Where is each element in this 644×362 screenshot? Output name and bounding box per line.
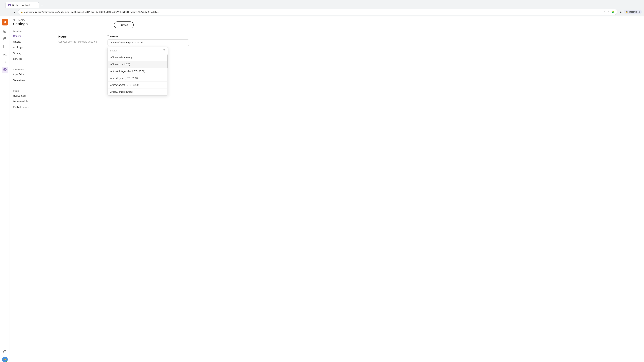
app-logo: M — [2, 19, 8, 25]
icon-sidebar-bottom: 😊 — [2, 349, 8, 362]
help-button[interactable] — [2, 349, 8, 355]
nav-item-status-tags[interactable]: Status tags — [10, 77, 48, 83]
timezone-item-5[interactable]: Africa/Bamako (UTC) — [108, 88, 168, 95]
tab-close-button[interactable]: ✕ — [33, 3, 36, 6]
users-icon — [3, 52, 6, 57]
address-bar-icons: ☆ ⬇ 🧩 — [602, 10, 615, 14]
nav-item-waitlist[interactable]: Waitlist — [10, 39, 48, 44]
svg-line-12 — [164, 51, 165, 51]
new-tab-button[interactable]: + — [40, 3, 44, 7]
hours-label-col: Hours Set your opening hours and timezon… — [58, 35, 98, 43]
nav-section-public: Public Registration Display waitlist Pub… — [10, 88, 48, 113]
sidebar-settings-button[interactable] — [2, 67, 8, 73]
hours-timezone-section: Hours Set your opening hours and timezon… — [58, 35, 189, 46]
reload-button[interactable]: ↻ — [12, 9, 17, 14]
timezone-select[interactable]: America/Anchorage (UTC-9:00) ⌄ — [108, 39, 189, 46]
incognito-label: Incognito (2) — [629, 11, 640, 13]
bookmark-button[interactable]: ☆ — [602, 10, 606, 14]
icon-sidebar-top: M — [2, 19, 8, 348]
nav-item-input-fields[interactable]: Input fields — [10, 71, 48, 77]
selected-timezone-text: America/Anchorage (UTC-9:00) — [110, 41, 144, 44]
settings-icon — [3, 68, 6, 72]
hours-desc: Set your opening hours and timezone — [58, 40, 98, 43]
nav-section-customers: Customers Input fields Status tags — [10, 67, 48, 86]
sidebar-users-button[interactable] — [2, 51, 8, 58]
tab-bar: M Settings | Waitwhile ✕ + — [3, 2, 46, 8]
extensions-button[interactable]: ⠿ — [618, 9, 623, 14]
location-section-header: Location — [10, 29, 48, 33]
download-button[interactable]: ⬇ — [607, 10, 611, 14]
browser-nav-buttons: ← → ↻ — [2, 9, 17, 14]
status-dot — [6, 361, 8, 362]
sidebar-chat-button[interactable] — [2, 43, 8, 50]
nav-divider-1 — [10, 66, 48, 66]
browser-titlebar: M Settings | Waitwhile ✕ + — [0, 0, 644, 8]
timezone-item-0[interactable]: Africa/Abidjan (UTC) — [108, 54, 168, 61]
timezone-list: Africa/Abidjan (UTC) Africa/Accra (UTC) … — [108, 54, 168, 95]
customers-section-header: Customers — [10, 67, 48, 71]
settings-header: Moodjoy7434 Settings — [10, 19, 48, 29]
incognito-badge: 🕵 Incognito (2) — [624, 10, 642, 14]
main-content: Browse Hours Set your opening hours and … — [48, 16, 644, 362]
timezone-label: Timezone — [108, 35, 189, 38]
browse-button[interactable]: Browse — [114, 21, 134, 28]
help-icon — [3, 350, 6, 354]
browser-chrome: M Settings | Waitwhile ✕ + ← → ↻ 🔒 app.w… — [0, 0, 644, 16]
tab-title: Settings | Waitwhile — [12, 4, 32, 6]
nav-divider-2 — [10, 87, 48, 87]
timezone-item-3[interactable]: Africa/Algiers (UTC+01:00) — [108, 75, 168, 82]
chat-icon — [3, 45, 6, 49]
nav-item-bookings[interactable]: Bookings — [10, 44, 48, 50]
chart-icon — [3, 60, 6, 64]
settings-account: Moodjoy7434 — [13, 19, 45, 21]
timezone-search — [108, 47, 168, 54]
browser-right-controls: ⠿ 🕵 Incognito (2) — [618, 9, 642, 14]
timezone-dropdown: Africa/Abidjan (UTC) Africa/Accra (UTC) … — [108, 47, 168, 95]
chevron-down-icon: ⌄ — [184, 41, 186, 44]
settings-page-title: Settings — [13, 22, 45, 26]
nav-item-display-waitlist[interactable]: Display waitlist — [10, 98, 48, 104]
sidebar-chart-button[interactable] — [2, 59, 8, 65]
timezone-item-1[interactable]: Africa/Accra (UTC) — [108, 61, 168, 68]
app-layout: M — [0, 16, 644, 362]
active-tab[interactable]: M Settings | Waitwhile ✕ — [5, 2, 39, 8]
extension-button[interactable]: 🧩 — [611, 10, 615, 14]
back-button[interactable]: ← — [2, 9, 7, 14]
nav-item-serving[interactable]: Serving — [10, 50, 48, 56]
hours-title: Hours — [58, 35, 98, 38]
svg-point-4 — [4, 53, 5, 54]
timezone-search-input[interactable] — [110, 49, 161, 52]
nav-section-location: Location General Waitlist Bookings Servi… — [10, 29, 48, 64]
timezone-item-4[interactable]: Africa/Asmera (UTC+03:00) — [108, 82, 168, 88]
sidebar-home-button[interactable] — [2, 28, 8, 34]
forward-button[interactable]: → — [7, 9, 12, 14]
nav-item-general[interactable]: General — [10, 33, 48, 39]
avatar[interactable]: 😊 — [2, 357, 8, 362]
svg-rect-0 — [4, 37, 6, 40]
timezone-item-2[interactable]: Africa/Addis_Ababa (UTC+03:00) — [108, 68, 168, 75]
nav-item-services[interactable]: Services — [10, 56, 48, 62]
scrollbar-thumb[interactable] — [167, 55, 168, 68]
icon-sidebar: M — [0, 16, 10, 362]
calendar-icon — [3, 37, 6, 41]
browser-addressbar: ← → ↻ 🔒 app.waitwhile.com/settings/gener… — [0, 8, 644, 16]
home-icon — [3, 29, 6, 33]
search-icon — [163, 49, 165, 52]
svg-point-11 — [163, 49, 165, 51]
nav-item-public-locations[interactable]: Public locations — [10, 104, 48, 110]
svg-point-8 — [4, 69, 5, 70]
lock-icon: 🔒 — [20, 11, 23, 13]
tab-favicon: M — [8, 4, 11, 6]
public-section-header: Public — [10, 88, 48, 93]
nav-sidebar: Moodjoy7434 Settings Location General Wa… — [10, 16, 48, 362]
address-bar[interactable]: 🔒 app.waitwhile.com/settings/general?aut… — [18, 9, 617, 15]
timezone-col: Timezone America/Anchorage (UTC-9:00) ⌄ — [108, 35, 189, 46]
content-area: Browse Hours Set your opening hours and … — [48, 16, 199, 51]
url-text: app.waitwhile.com/settings/general?authT… — [24, 11, 601, 13]
sidebar-calendar-button[interactable] — [2, 36, 8, 42]
incognito-icon: 🕵 — [626, 10, 628, 13]
scrollbar-track — [167, 54, 168, 95]
browse-btn-area: Browse — [58, 21, 189, 28]
nav-item-registration[interactable]: Registration — [10, 93, 48, 98]
